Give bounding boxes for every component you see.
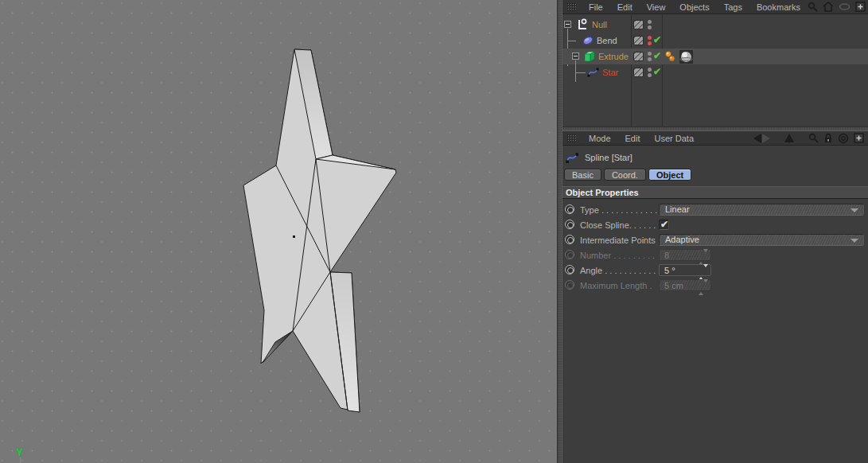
lock-icon[interactable]: [823, 133, 833, 143]
type-dropdown[interactable]: Linear: [659, 204, 864, 216]
texture-tag-icon[interactable]: [679, 50, 693, 64]
close-spline-checkbox[interactable]: [659, 220, 669, 230]
menu-user-data[interactable]: User Data: [648, 134, 702, 143]
number-spinner[interactable]: 8: [659, 249, 711, 261]
tab-coord[interactable]: Coord.: [604, 169, 646, 181]
menu-bookmarks[interactable]: Bookmarks: [749, 2, 808, 12]
extruded-star-object: [0, 0, 557, 463]
axis-y-label: Y: [16, 446, 23, 458]
up-icon[interactable]: [784, 134, 794, 142]
palette-grip-icon[interactable]: [566, 134, 577, 142]
attribute-manager-menubar: Mode Edit User Data: [562, 131, 868, 146]
enabled-check-icon[interactable]: [653, 66, 661, 77]
tab-basic[interactable]: Basic: [564, 169, 601, 181]
spline-star-icon[interactable]: [587, 66, 600, 79]
property-row-number: Number . . . . . . . . . 8: [562, 249, 868, 262]
enabled-check-icon[interactable]: [653, 50, 661, 61]
tree-row-extrude[interactable]: Extrude: [562, 49, 868, 64]
menu-file[interactable]: File: [582, 2, 610, 12]
property-row-maximum-length: Maximum Length . 5 cm: [562, 279, 868, 292]
palette-grip-icon[interactable]: [566, 2, 577, 11]
viewport-3d[interactable]: Y: [0, 0, 557, 463]
search-icon[interactable]: [808, 133, 819, 143]
menu-view[interactable]: View: [640, 2, 673, 12]
layer-box-icon[interactable]: [633, 36, 644, 45]
right-panel: File Edit View Objects Tags Bookmarks: [562, 0, 868, 463]
keyframe-circle-icon[interactable]: [565, 265, 574, 274]
visibility-dots[interactable]: [648, 68, 652, 79]
object-label[interactable]: Bend: [597, 36, 617, 45]
intermediate-points-dropdown[interactable]: Adaptive: [659, 234, 864, 246]
bend-icon[interactable]: [582, 34, 594, 47]
target-icon[interactable]: [838, 133, 849, 144]
angle-spinner[interactable]: 5 °: [659, 264, 711, 276]
visibility-dots[interactable]: [648, 20, 652, 31]
layer-box-icon[interactable]: [633, 52, 644, 61]
cinema4d-window: Y File Edit View Objects Tags Bookmarks: [0, 0, 868, 463]
object-manager-menubar: File Edit View Objects Tags Bookmarks: [562, 0, 868, 14]
tree-row-null[interactable]: Null: [562, 17, 868, 33]
home-icon[interactable]: [823, 2, 834, 12]
forward-icon[interactable]: [762, 134, 770, 143]
layer-box-icon[interactable]: [633, 20, 644, 29]
section-header-object-properties: Object Properties: [562, 186, 868, 199]
chevron-down-icon: [850, 239, 858, 243]
menu-edit[interactable]: Edit: [610, 2, 640, 12]
vertical-splitter[interactable]: [557, 0, 562, 463]
visibility-dots[interactable]: [648, 36, 652, 47]
keyframe-circle-icon[interactable]: [565, 220, 574, 229]
object-label[interactable]: Extrude: [598, 52, 629, 61]
property-row-close-spline: Close Spline. . . . . .: [562, 219, 868, 231]
keyframe-circle-icon[interactable]: [565, 204, 574, 214]
object-label[interactable]: Null: [592, 20, 607, 29]
menu-tags[interactable]: Tags: [717, 2, 749, 12]
phong-tag-icon[interactable]: [664, 50, 677, 63]
menu-edit[interactable]: Edit: [618, 134, 648, 143]
property-row-angle: Angle . . . . . . . . . . . 5 °: [562, 264, 868, 277]
keyframe-circle-icon[interactable]: [565, 280, 574, 290]
menu-objects[interactable]: Objects: [672, 2, 716, 12]
attribute-tabs: Basic Coord. Object: [564, 169, 691, 181]
expand-toggle-icon[interactable]: [572, 53, 579, 60]
attribute-title-row: Spline [Star]: [562, 147, 868, 167]
tree-row-star[interactable]: Star: [562, 64, 868, 80]
property-row-intermediate-points: Intermediate Points Adaptive: [562, 234, 868, 247]
expand-toggle-icon[interactable]: [564, 21, 571, 28]
attribute-title: Spline [Star]: [585, 153, 633, 162]
visibility-dots[interactable]: [648, 52, 652, 63]
enabled-check-icon[interactable]: [653, 34, 661, 45]
search-icon[interactable]: [808, 2, 818, 12]
add-icon[interactable]: [854, 133, 864, 143]
add-icon[interactable]: [855, 2, 866, 12]
axis-y-line: [20, 457, 21, 463]
spinner-arrows-icon[interactable]: [699, 267, 708, 278]
chevron-down-icon: [850, 208, 858, 212]
null-icon[interactable]: [576, 18, 589, 31]
spinner-arrows-icon[interactable]: [699, 282, 708, 293]
object-label[interactable]: Star: [602, 68, 618, 77]
layer-box-icon[interactable]: [633, 68, 644, 77]
object-tree: Null Bend: [562, 15, 868, 126]
menu-mode[interactable]: Mode: [582, 134, 618, 143]
eye-icon[interactable]: [839, 2, 850, 12]
property-row-type: Type . . . . . . . . . . . . Linear: [562, 204, 868, 216]
keyframe-circle-icon[interactable]: [565, 235, 574, 244]
back-icon[interactable]: [753, 134, 770, 143]
spline-star-icon: [565, 150, 579, 165]
extrude-icon[interactable]: [583, 50, 596, 63]
maximum-length-spinner[interactable]: 5 cm: [659, 279, 711, 291]
spinner-arrows-icon[interactable]: [699, 251, 708, 263]
tab-object[interactable]: Object: [648, 169, 691, 181]
tree-row-bend[interactable]: Bend: [562, 33, 868, 49]
keyframe-circle-icon[interactable]: [565, 250, 574, 259]
